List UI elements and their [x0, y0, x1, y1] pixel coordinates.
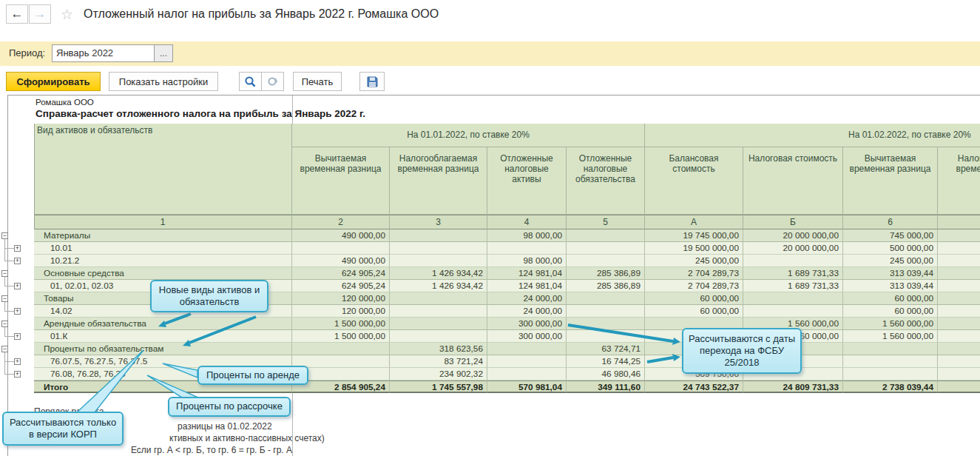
column-header-4: Отложенные налоговые активы — [487, 147, 567, 215]
cell-value — [567, 242, 645, 255]
expander-minus-icon[interactable]: − — [1, 346, 8, 352]
cell-value: 570 981,04 — [487, 380, 567, 393]
tree-connector — [4, 368, 5, 374]
cell-value: 120 000,00 — [292, 292, 390, 305]
cell-value: 1 426 934,42 — [390, 280, 487, 292]
report-title: Справка-расчет отложенного налога на при… — [36, 108, 365, 119]
cell-value: 98 000,00 — [487, 255, 567, 267]
cell-value: 60 000,00 — [843, 292, 938, 305]
cell-value: 120 000,00 — [292, 305, 390, 318]
cell-value — [390, 305, 487, 318]
report-top-border — [7, 95, 980, 95]
cell-value — [390, 292, 487, 305]
search-button[interactable] — [239, 72, 262, 91]
expander-minus-icon[interactable]: − — [1, 270, 8, 277]
cell-value — [487, 242, 567, 255]
entity-code-cell: 1 — [34, 215, 292, 229]
cell-value — [390, 318, 487, 330]
date1-group-header: На 01.01.2022, по ставке 20% — [292, 124, 645, 147]
cell-value: 745 000,00 — [843, 229, 938, 242]
column-header-6: Балансовая стоимость — [645, 147, 743, 215]
table-row: 76.07.5, 76.27.5, 76.37.583 721,2416 744… — [34, 355, 980, 368]
cell-value — [938, 229, 980, 242]
expander-plus-icon[interactable]: + — [14, 371, 21, 378]
column-header-2: Вычитаемая временная разница — [292, 147, 390, 215]
cell-value: 83 721,24 — [390, 355, 487, 368]
annotation-fsbu-transition: Рассчитываются с даты перехода на ФСБУ 2… — [682, 328, 802, 374]
expander-plus-icon[interactable]: + — [14, 258, 21, 264]
expander-minus-icon[interactable]: − — [1, 295, 8, 302]
expander-plus-icon[interactable]: + — [14, 308, 21, 315]
table-row: 10.0119 500 000,0020 000 000,00500 000,0… — [34, 242, 980, 255]
cell-value — [843, 355, 938, 368]
save-button[interactable] — [359, 72, 385, 91]
cell-entity: Основные средства — [34, 267, 292, 280]
cell-value — [938, 318, 980, 330]
expander-minus-icon[interactable]: − — [1, 232, 8, 239]
cell-value: 124 981,04 — [487, 267, 567, 280]
cell-value: 19 745 000,00 — [645, 229, 743, 242]
tree-connector — [4, 361, 5, 368]
column-code-8: 6 — [843, 215, 938, 229]
tree-connector — [4, 355, 5, 361]
cell-value — [567, 305, 645, 318]
cell-value: 1 745 557,98 — [390, 380, 487, 393]
favorite-star-icon[interactable]: ☆ — [61, 6, 73, 23]
expander-plus-icon[interactable]: + — [14, 283, 21, 289]
tree-connector — [4, 286, 14, 286]
tree-connector — [4, 361, 14, 362]
cell-value: 24 000,00 — [487, 305, 567, 318]
cell-entity: Проценты по обязательствам — [34, 343, 292, 355]
cell-value — [390, 330, 487, 343]
period-label: Период: — [9, 47, 45, 58]
expander-plus-icon[interactable]: + — [14, 333, 21, 340]
table-row: 01.К1 500 000,00300 000,001 560 000,001 … — [34, 330, 980, 343]
cell-value: 60 000,00 — [645, 305, 743, 318]
expander-plus-icon[interactable]: + — [14, 245, 21, 252]
back-button[interactable]: ← — [6, 4, 28, 24]
cell-value: 234 902,32 — [390, 368, 487, 380]
tree-connector — [4, 248, 5, 255]
column-code-5: 5 — [567, 215, 645, 229]
cell-value: 624 905,24 — [292, 280, 390, 292]
cell-value: 1 689 731,33 — [743, 280, 843, 292]
cell-entity: Арендные обязательства — [34, 318, 292, 330]
cell-value: 20 000 000,00 — [743, 229, 843, 242]
period-picker-button[interactable]: ... — [154, 44, 173, 62]
search-icon — [244, 76, 257, 88]
column-header-9: Налогооблагаемая временная разница — [938, 147, 980, 215]
cell-value: 300 000,00 — [487, 318, 567, 330]
tree-connector — [4, 305, 5, 311]
cell-value: 2 704 289,73 — [645, 267, 743, 280]
table-row: Основные средства624 905,241 426 934,421… — [34, 267, 980, 280]
cell-value: 245 000,00 — [843, 255, 938, 267]
cell-value: 60 000,00 — [843, 305, 938, 318]
entity-column-header: Вид активов и обязательств — [34, 124, 292, 215]
expander-plus-icon[interactable]: + — [14, 358, 21, 365]
back-arrow-icon: ← — [11, 7, 24, 21]
cell-value — [292, 343, 390, 355]
generate-button[interactable]: Сформировать — [6, 72, 101, 91]
footer-cell-border — [292, 393, 293, 456]
company-name: Ромашка ООО — [36, 98, 94, 107]
expander-minus-icon[interactable]: − — [1, 321, 8, 327]
forward-button[interactable]: → — [29, 4, 51, 24]
cell-value: 490 000,00 — [292, 229, 390, 242]
show-settings-button[interactable]: Показать настройки — [109, 72, 218, 91]
cell-value — [938, 255, 980, 267]
cell-value: 1 500 000,00 — [292, 318, 390, 330]
cell-value — [938, 280, 980, 292]
repeat-search-button[interactable] — [261, 72, 284, 91]
cell-value — [743, 305, 843, 318]
table-row: Итого2 854 905,241 745 557,98570 981,043… — [34, 380, 980, 393]
cell-value: 1 426 934,42 — [390, 267, 487, 280]
cell-value: 624 905,24 — [292, 267, 390, 280]
annotation-korp-only: Рассчитываются только в версии КОРП — [2, 412, 124, 446]
tree-connector — [4, 311, 14, 312]
period-input[interactable]: Январь 2022 — [52, 44, 158, 62]
tree-connector — [4, 280, 5, 286]
print-button[interactable]: Печать — [293, 72, 342, 91]
cell-entity: 10.01 — [34, 242, 292, 255]
cell-value: 318 623,56 — [390, 343, 487, 355]
forward-arrow-icon: → — [34, 7, 47, 21]
